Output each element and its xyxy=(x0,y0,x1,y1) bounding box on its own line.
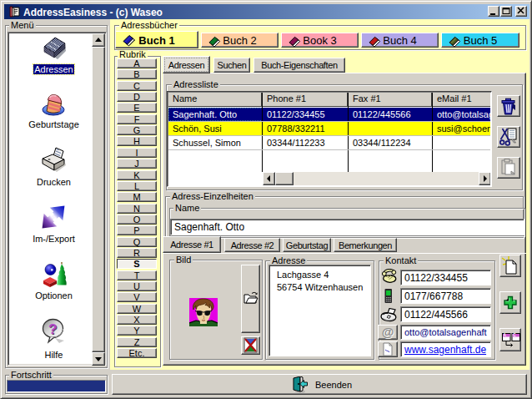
svg-text:?: ? xyxy=(48,321,57,337)
